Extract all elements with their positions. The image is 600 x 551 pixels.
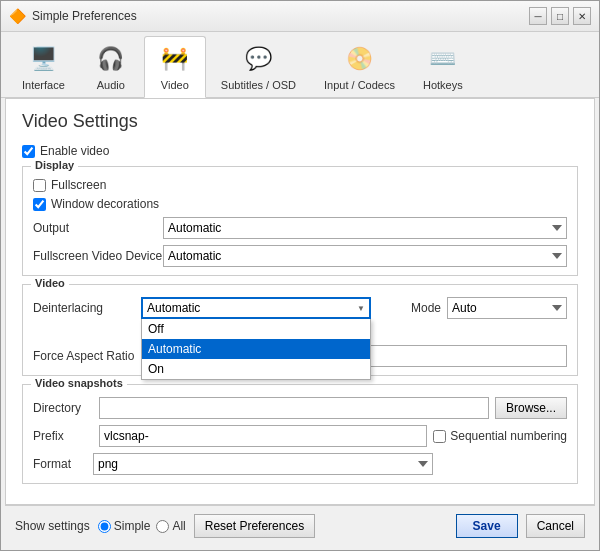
title-bar-controls: ─ □ ✕ xyxy=(529,7,591,25)
audio-icon: 🎧 xyxy=(93,41,129,77)
fullscreen-label: Fullscreen xyxy=(51,178,106,192)
nav-item-video[interactable]: 🚧 Video xyxy=(144,36,206,98)
display-section-label: Display xyxy=(31,159,78,171)
fullscreen-device-label: Fullscreen Video Device xyxy=(33,249,163,263)
prefix-label: Prefix xyxy=(33,429,93,443)
show-settings-label: Show settings xyxy=(15,519,90,533)
fullscreen-checkbox[interactable] xyxy=(33,179,46,192)
deinterlacing-arrow-icon: ▼ xyxy=(357,304,365,313)
enable-video-checkbox[interactable] xyxy=(22,145,35,158)
nav-item-hotkeys[interactable]: ⌨️ Hotkeys xyxy=(410,36,476,97)
close-button[interactable]: ✕ xyxy=(573,7,591,25)
deinterlacing-row: Deinterlacing Automatic ▼ Off Automatic … xyxy=(33,297,567,319)
mode-label: Mode xyxy=(411,301,441,315)
deinterlacing-selected-value: Automatic xyxy=(147,301,200,315)
fullscreen-device-select[interactable]: Automatic xyxy=(163,245,567,267)
snapshots-section: Video snapshots Directory Browse... Pref… xyxy=(22,384,578,484)
minimize-button[interactable]: ─ xyxy=(529,7,547,25)
radio-group: Simple All xyxy=(98,519,186,533)
fullscreen-device-row: Fullscreen Video Device Automatic xyxy=(33,245,567,267)
output-label: Output xyxy=(33,221,163,235)
all-radio[interactable] xyxy=(156,520,169,533)
format-select[interactable]: png jpg tiff xyxy=(93,453,433,475)
page-title: Video Settings xyxy=(22,111,578,132)
interface-icon: 🖥️ xyxy=(25,41,61,77)
output-select[interactable]: Automatic xyxy=(163,217,567,239)
directory-input[interactable] xyxy=(99,397,489,419)
format-row: Format png jpg tiff xyxy=(33,453,567,475)
enable-video-row: Enable video xyxy=(22,144,578,158)
nav-label-input: Input / Codecs xyxy=(324,79,395,91)
prefix-row: Prefix Sequential numbering xyxy=(33,425,567,447)
window-decorations-row: Window decorations xyxy=(33,197,567,211)
deinterlacing-menu: Off Automatic On xyxy=(141,319,371,380)
maximize-button[interactable]: □ xyxy=(551,7,569,25)
nav-item-input[interactable]: 📀 Input / Codecs xyxy=(311,36,408,97)
nav-item-interface[interactable]: 🖥️ Interface xyxy=(9,36,78,97)
app-icon: 🔶 xyxy=(9,8,26,24)
save-button[interactable]: Save xyxy=(456,514,518,538)
directory-row: Directory Browse... xyxy=(33,397,567,419)
window-decorations-checkbox[interactable] xyxy=(33,198,46,211)
main-content: Video Settings Enable video Display Full… xyxy=(5,98,595,505)
nav-label-audio: Audio xyxy=(97,79,125,91)
all-label: All xyxy=(172,519,185,533)
sequential-numbering-row: Sequential numbering xyxy=(433,429,567,443)
reset-button[interactable]: Reset Preferences xyxy=(194,514,315,538)
title-bar-left: 🔶 Simple Preferences xyxy=(9,8,137,24)
snapshots-section-label: Video snapshots xyxy=(31,377,127,389)
video-section-label: Video xyxy=(31,277,69,289)
deinterlacing-dropdown[interactable]: Automatic ▼ xyxy=(141,297,371,319)
nav-label-interface: Interface xyxy=(22,79,65,91)
main-window: 🔶 Simple Preferences ─ □ ✕ 🖥️ Interface … xyxy=(0,0,600,551)
simple-radio[interactable] xyxy=(98,520,111,533)
sequential-numbering-checkbox[interactable] xyxy=(433,430,446,443)
bottom-buttons: Save Cancel xyxy=(456,514,585,538)
prefix-input[interactable] xyxy=(99,425,427,447)
mode-select[interactable]: Auto xyxy=(447,297,567,319)
nav-bar: 🖥️ Interface 🎧 Audio 🚧 Video 💬 Subtitles… xyxy=(1,32,599,98)
enable-video-label: Enable video xyxy=(40,144,109,158)
display-section: Display Fullscreen Window decorations Ou… xyxy=(22,166,578,276)
subtitles-icon: 💬 xyxy=(240,41,276,77)
sequential-numbering-label: Sequential numbering xyxy=(450,429,567,443)
bottom-bar: Show settings Simple All Reset Preferenc… xyxy=(5,505,595,546)
nav-item-subtitles[interactable]: 💬 Subtitles / OSD xyxy=(208,36,309,97)
nav-item-audio[interactable]: 🎧 Audio xyxy=(80,36,142,97)
deinterlacing-label: Deinterlacing xyxy=(33,301,133,315)
nav-label-hotkeys: Hotkeys xyxy=(423,79,463,91)
nav-label-subtitles: Subtitles / OSD xyxy=(221,79,296,91)
nav-label-video: Video xyxy=(161,79,189,91)
window-title: Simple Preferences xyxy=(32,9,137,23)
all-radio-label[interactable]: All xyxy=(156,519,185,533)
cancel-button[interactable]: Cancel xyxy=(526,514,585,538)
title-bar: 🔶 Simple Preferences ─ □ ✕ xyxy=(1,1,599,32)
simple-radio-label[interactable]: Simple xyxy=(98,519,151,533)
output-row: Output Automatic xyxy=(33,217,567,239)
browse-button[interactable]: Browse... xyxy=(495,397,567,419)
fullscreen-row: Fullscreen xyxy=(33,178,567,192)
directory-label: Directory xyxy=(33,401,93,415)
input-icon: 📀 xyxy=(341,41,377,77)
format-label: Format xyxy=(33,457,93,471)
video-section: Video Deinterlacing Automatic ▼ Off Auto… xyxy=(22,284,578,376)
video-icon: 🚧 xyxy=(157,41,193,77)
simple-label: Simple xyxy=(114,519,151,533)
deinterlacing-dropdown-wrapper: Automatic ▼ Off Automatic On xyxy=(141,297,371,319)
hotkeys-icon: ⌨️ xyxy=(425,41,461,77)
mode-row: Mode Auto xyxy=(379,297,567,319)
dropdown-option-automatic[interactable]: Automatic xyxy=(142,339,370,359)
dropdown-option-on[interactable]: On xyxy=(142,359,370,379)
show-settings: Show settings Simple All Reset Preferenc… xyxy=(15,514,315,538)
window-decorations-label: Window decorations xyxy=(51,197,159,211)
dropdown-option-off[interactable]: Off xyxy=(142,319,370,339)
